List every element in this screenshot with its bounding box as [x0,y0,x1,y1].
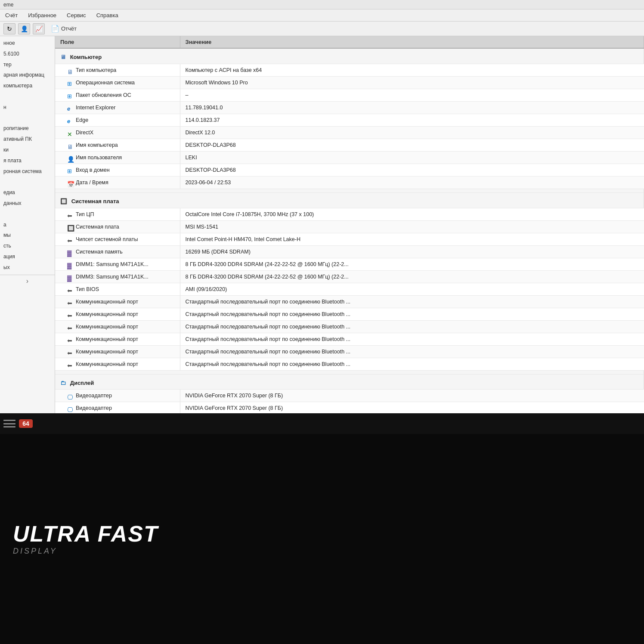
sidebar-item-7[interactable] [0,113,55,124]
value-directx: DirectX 12.0 [180,126,644,139]
sidebar-item-2[interactable]: тер [0,59,55,70]
sidebar-item-11[interactable]: я плата [0,155,55,166]
field-domain: ⊞Вход в домен [55,164,180,176]
report-icon: 📄 [51,25,59,33]
chart-button[interactable]: 📈 [33,23,45,34]
ie-icon: e [67,105,74,111]
sidebar-item-20[interactable]: ация [0,251,55,262]
user-button[interactable]: 👤 [18,23,30,34]
value-computer-name: DESKTOP-DLA3P68 [180,139,644,151]
field-comm1: ⬅Коммуникационный порт [55,295,180,308]
table-row: ⊞Пакет обновления ОС – [55,89,644,101]
toolbar: ↻ 👤 📈 📄 Отчёт [0,22,644,36]
category-board-label: Системная плата [71,198,119,204]
value-comm2: Стандартный последовательный порт по сое… [180,308,644,320]
sidebar-item-0[interactable]: нное [0,38,55,49]
table-row: 🖵Видеоадаптер NVIDIA GeForce RTX 2070 Su… [55,402,644,413]
banner-line1: ULTRA FAST [13,523,158,545]
table-row: ⬅Тип BIOS AMI (09/16/2020) [55,283,644,295]
table-row: ⊞Операционная система Microsoft Windows … [55,76,644,89]
gpu1-icon: 🖵 [67,393,74,399]
table-row: 🖥Имя компьютера DESKTOP-DLA3P68 [55,139,644,151]
mobo-icon: 🔲 [67,223,74,230]
sidebar-item-1[interactable]: 5.6100 [0,49,55,59]
table-row: ▓DIMM3: Samsung M471A1K... 8 ГБ DDR4-320… [55,270,644,283]
field-username: 👤Имя пользователя [55,151,180,164]
value-gpu2: NVIDIA GeForce RTX 2070 Super (8 ГБ) [180,402,644,413]
category-display: 🗀 Дисплей [55,374,644,390]
category-display-icon: 🗀 [60,380,66,386]
value-os: Microsoft Windows 10 Pro [180,76,644,89]
gpu2-icon: 🖵 [67,405,74,412]
field-cpu-type: ⬅Тип ЦП [55,208,180,220]
windows-icon2: ⊞ [67,92,74,99]
field-comm3: ⬅Коммуникационный порт [55,320,180,333]
sidebar-scroll-right[interactable]: › [26,277,28,285]
col-value-header: Значение [180,36,644,48]
value-comm5: Стандартный последовательный порт по сое… [180,345,644,358]
sidebar-item-10[interactable]: ки [0,145,55,155]
ram-icon: ▓ [67,248,74,255]
sidebar-item-13[interactable] [0,176,55,187]
edge-icon: e [67,117,74,124]
chipset-icon: ⬅ [67,236,74,243]
field-edge: eEdge [55,114,180,126]
category-computer-label: Компьютер [70,54,102,60]
table-row: ⬅Коммуникационный порт Стандартный после… [55,320,644,333]
sidebar-item-5[interactable] [0,91,55,102]
menu-schet[interactable]: Счёт [3,11,19,19]
value-dimm3: 8 ГБ DDR4-3200 DDR4 SDRAM (24-22-22-52 @… [180,270,644,283]
table-row: eEdge 114.0.1823.37 [55,114,644,126]
category-computer-icon: 🖥 [60,54,66,60]
value-ie: 11.789.19041.0 [180,101,644,114]
sidebar-item-6[interactable]: н [0,102,55,113]
table-row: 🔲Системная плата MSI MS-1541 [55,220,644,233]
comm2-icon: ⬅ [67,311,74,318]
sidebar-item-12[interactable]: ронная система [0,166,55,177]
sidebar-item-21[interactable]: ых [0,262,55,273]
content-pane: Поле Значение 🖥 Компьютер 🖥Тип к [55,36,644,413]
refresh-icon: ↻ [7,25,12,32]
app-window: eme Счёт Избранное Сервис Справка ↻ 👤 📈 … [0,0,644,413]
sidebar-item-14[interactable]: едиа [0,187,55,198]
logo-line-3 [3,426,15,427]
menu-help[interactable]: Справка [95,11,120,19]
col-field-header: Поле [55,36,180,48]
sidebar-item-19[interactable]: сть [0,241,55,251]
sidebar-item-16[interactable] [0,209,55,220]
sidebar-item-17[interactable]: а [0,220,55,230]
value-cpu-type: OctalCore Intel Core i7-10875H, 3700 MHz… [180,208,644,220]
field-gpu2: 🖵Видеоадаптер [55,402,180,413]
title-text: eme [3,2,13,8]
sidebar-item-9[interactable]: ативный ПК [0,134,55,145]
banner-area: ULTRA FAST DISPLAY [0,434,644,644]
logo-line-1 [3,420,15,421]
table-row: ✕DirectX DirectX 12.0 [55,126,644,139]
sidebar-item-8[interactable]: ропитание [0,123,55,134]
sidebar-item-18[interactable]: мы [0,230,55,241]
value-comm1: Стандартный последовательный порт по сое… [180,295,644,308]
taskbar-badge[interactable]: 64 [19,419,33,428]
field-comm2: ⬅Коммуникационный порт [55,308,180,320]
table-row: ▓Системная память 16269 МБ (DDR4 SDRAM) [55,245,644,258]
banner-text: ULTRA FAST DISPLAY [13,523,158,556]
menu-service[interactable]: Сервис [65,11,88,19]
value-comm6: Стандартный последовательный порт по сое… [180,358,644,370]
comm6-icon: ⬅ [67,361,74,368]
menu-bar: Счёт Избранное Сервис Справка [0,9,644,22]
table-row: ⊞Вход в домен DESKTOP-DLA3P68 [55,164,644,176]
sidebar-item-15[interactable]: данных [0,198,55,209]
sidebar-item-3[interactable]: арная информац [0,70,55,80]
table-row: ▓DIMM1: Samsung M471A1K... 8 ГБ DDR4-320… [55,258,644,270]
comm3-icon: ⬅ [67,323,74,330]
comm5-icon: ⬅ [67,348,74,355]
chart-icon: 📈 [35,25,43,32]
windows-icon3: ⊞ [67,167,74,174]
sidebar-item-4[interactable]: компьютера [0,80,55,91]
refresh-button[interactable]: ↻ [3,23,15,34]
dimm1-icon: ▓ [67,261,74,268]
value-username: LEKI [180,151,644,164]
report-label-area: 📄 Отчёт [51,25,77,33]
menu-favorites[interactable]: Избранное [26,11,58,19]
title-bar: eme [0,0,644,9]
